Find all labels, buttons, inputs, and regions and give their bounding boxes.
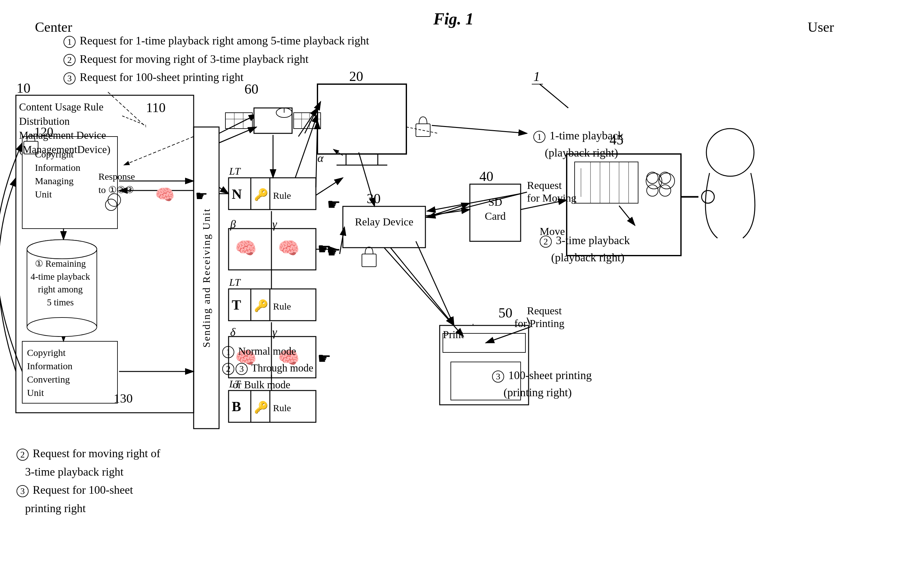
svg-text:40: 40 <box>479 168 494 184</box>
svg-text:γ: γ <box>272 218 277 231</box>
svg-rect-69 <box>362 254 376 267</box>
legend-circle-3: 3 <box>64 72 75 85</box>
svg-line-154 <box>416 241 454 325</box>
svg-point-61 <box>27 317 97 336</box>
svg-text:🔑: 🔑 <box>254 299 268 312</box>
right-label-playback-1: 1 1-time playback (playback right) <box>534 127 623 161</box>
svg-rect-134 <box>575 162 638 203</box>
copyright-conv-label: CopyrightInformationConvertingUnit <box>27 346 72 399</box>
svg-text:110: 110 <box>146 100 165 115</box>
svg-point-144 <box>659 185 671 196</box>
svg-rect-128 <box>294 113 320 128</box>
svg-line-72 <box>219 114 257 133</box>
svg-line-73 <box>219 187 229 194</box>
svg-line-23 <box>406 127 438 133</box>
svg-point-58 <box>27 240 97 259</box>
svg-text:β: β <box>230 218 236 231</box>
svg-text:☛: ☛ <box>327 196 341 213</box>
svg-line-9 <box>305 102 320 133</box>
legend-item-3: 3 Request for 100-sheet printing right <box>64 68 369 87</box>
fig-title: Fig. 1 <box>433 10 474 28</box>
svg-rect-49 <box>443 333 526 352</box>
svg-text:LT: LT <box>229 165 241 177</box>
cylinder-label: ① Remaining4-time playbackright among5 t… <box>29 257 92 309</box>
svg-text:130: 130 <box>114 391 133 405</box>
diagram-container: ☛ ☛ Request for Moving Move Request for … <box>0 0 907 588</box>
svg-text:50: 50 <box>498 305 513 320</box>
svg-line-153 <box>425 203 470 218</box>
svg-text:Request: Request <box>527 305 562 317</box>
svg-line-24 <box>333 149 343 155</box>
svg-line-16 <box>340 227 345 254</box>
svg-text:γ: γ <box>272 326 277 338</box>
svg-rect-68 <box>416 124 430 136</box>
svg-text:Rule: Rule <box>273 402 291 413</box>
legend-circle-1: 1 <box>64 36 75 48</box>
svg-line-17 <box>425 210 470 216</box>
svg-point-143 <box>647 185 658 196</box>
bottom-left-labels: 2 Request for moving right of 3-time pla… <box>16 444 160 518</box>
svg-point-141 <box>647 172 658 184</box>
svg-point-84 <box>707 128 754 176</box>
svg-line-83 <box>486 327 530 343</box>
svg-text:10: 10 <box>16 80 30 96</box>
svg-line-21 <box>527 317 530 324</box>
svg-text:1: 1 <box>534 69 540 84</box>
svg-point-146 <box>702 191 714 203</box>
svg-line-71 <box>298 108 317 136</box>
right-label-playback-2: 2 3-time playback (playback right) <box>540 232 630 266</box>
mode-labels: 1 Normal mode 23 Through mode or Bulk mo… <box>222 343 313 393</box>
svg-point-65 <box>106 199 117 210</box>
svg-text:☛: ☛ <box>317 240 331 257</box>
svg-text:🔑: 🔑 <box>254 401 268 414</box>
svg-text:Print: Print <box>443 328 464 340</box>
svg-point-62 <box>27 240 97 259</box>
svg-text:☛: ☛ <box>317 350 331 367</box>
svg-text:Rule: Rule <box>273 301 291 311</box>
legend-item-1: 1 Request for 1-time playback right amon… <box>64 32 369 50</box>
svg-rect-29 <box>229 178 316 210</box>
svg-text:Rule: Rule <box>273 190 291 201</box>
svg-point-132 <box>276 108 292 117</box>
legend-item-2: 2 Request for moving right of 3-time pla… <box>64 50 369 69</box>
label-user: User <box>808 19 834 35</box>
svg-line-19 <box>521 200 567 210</box>
svg-text:🔑: 🔑 <box>254 187 268 201</box>
svg-rect-52 <box>575 162 638 203</box>
relay-label: Relay Device <box>345 216 424 228</box>
svg-line-70 <box>316 121 317 187</box>
legend-circle-2: 2 <box>64 54 75 66</box>
svg-point-142 <box>659 172 671 184</box>
svg-rect-42 <box>317 84 406 154</box>
svg-text:LT: LT <box>229 277 241 288</box>
svg-text:for Printing: for Printing <box>514 317 564 329</box>
svg-rect-35 <box>229 391 316 422</box>
svg-line-147 <box>432 125 527 133</box>
svg-line-150 <box>219 127 256 143</box>
svg-text:N: N <box>232 186 242 202</box>
svg-text:🧠: 🧠 <box>155 185 175 204</box>
svg-line-82 <box>527 317 530 327</box>
sd-card-label: SDCard <box>473 195 518 223</box>
svg-rect-32 <box>229 289 316 320</box>
svg-text:B: B <box>232 399 241 414</box>
svg-line-20 <box>384 248 463 336</box>
svg-rect-38 <box>229 229 316 270</box>
svg-point-54 <box>659 173 675 189</box>
svg-line-10 <box>359 152 375 207</box>
svg-line-81 <box>391 248 454 325</box>
svg-line-152 <box>295 114 317 178</box>
response-label: Responseto ①②③ <box>98 170 135 197</box>
legend: 1 Request for 1-time playback right amon… <box>64 32 369 87</box>
svg-text:🧠: 🧠 <box>235 238 257 258</box>
right-label-printing-3: 3 100-sheet printing (printing right) <box>492 367 592 401</box>
svg-text:α: α <box>317 152 324 165</box>
svg-text:☛: ☛ <box>327 244 341 260</box>
svg-rect-124 <box>225 113 252 128</box>
svg-text:30: 30 <box>367 191 381 207</box>
svg-rect-123 <box>254 108 292 133</box>
send-recv-label: Sending and Receiving Unit <box>194 127 218 429</box>
copyright-mgmt-label: CopyrightInformationManagingUnit <box>35 147 80 201</box>
svg-text:🧠: 🧠 <box>278 238 300 258</box>
svg-line-148 <box>619 206 635 226</box>
